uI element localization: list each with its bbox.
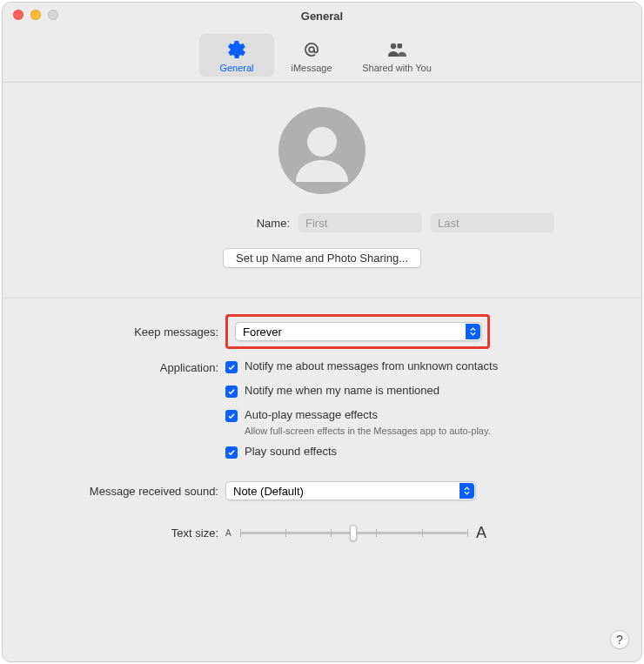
name-row: Name: (90, 213, 554, 232)
autoplay-sublabel: Allow full-screen effects in the Message… (245, 426, 641, 436)
setup-sharing-button[interactable]: Set up Name and Photo Sharing... (223, 248, 421, 268)
window-title: General (3, 10, 641, 23)
chevron-updown-icon (460, 483, 474, 499)
gear-icon (226, 39, 247, 60)
at-icon (302, 39, 321, 60)
checkbox-icon (225, 446, 238, 459)
checkbox-label: Auto-play message effects (245, 408, 378, 421)
checkbox-label: Play sound effects (245, 445, 337, 458)
checkbox-notify-mentioned[interactable]: Notify me when my name is mentioned (225, 379, 641, 403)
tab-label: Shared with You (362, 63, 432, 73)
small-a-label: A (225, 528, 231, 538)
checkbox-icon (225, 410, 238, 422)
application-label: Application: (3, 354, 218, 464)
received-sound-popup[interactable]: Note (Default) (225, 481, 641, 500)
tab-imessage[interactable]: iMessage (274, 34, 349, 77)
person-icon (278, 107, 366, 194)
first-name-input[interactable] (299, 213, 422, 232)
big-a-label: A (476, 524, 486, 542)
checkbox-icon (225, 361, 238, 373)
name-label: Name: (90, 217, 290, 230)
checkbox-autoplay-effects[interactable]: Auto-play message effects (225, 403, 641, 424)
sound-value: Note (Default) (233, 485, 304, 498)
keep-messages-value: Forever (243, 325, 282, 339)
keep-messages-label: Keep messages: (3, 314, 218, 349)
text-size-slider-row: A A (225, 523, 486, 542)
people-icon (386, 39, 407, 60)
chevron-updown-icon (466, 324, 480, 339)
last-name-input[interactable] (431, 213, 554, 232)
tab-shared-with-you[interactable]: Shared with You (349, 34, 445, 77)
avatar[interactable] (278, 107, 366, 194)
titlebar: General (3, 3, 641, 27)
help-button[interactable]: ? (610, 630, 629, 649)
highlight-annotation: Forever (225, 314, 490, 349)
content: Name: Set up Name and Photo Sharing... K… (3, 83, 641, 542)
profile-section: Name: Set up Name and Photo Sharing... (3, 83, 641, 268)
keep-messages-popup[interactable]: Forever (235, 322, 482, 341)
text-size-slider[interactable] (240, 523, 467, 542)
checkbox-label: Notify me about messages from unknown co… (245, 359, 498, 372)
svg-rect-2 (398, 44, 403, 49)
settings-form: Keep messages: Forever Appl (3, 298, 641, 542)
checkbox-icon (225, 386, 238, 398)
preferences-toolbar: General iMessage Shared with You (3, 27, 641, 83)
tab-label: General (219, 63, 253, 73)
checkbox-sound-effects[interactable]: Play sound effects (225, 436, 641, 464)
svg-point-3 (307, 127, 337, 157)
text-size-label: Text size: (3, 523, 218, 542)
preferences-window: General General iMessage Shared with You (2, 2, 642, 662)
sound-label: Message received sound: (3, 481, 218, 500)
tab-label: iMessage (291, 63, 332, 73)
checkbox-label: Notify me when my name is mentioned (245, 384, 439, 397)
svg-point-1 (391, 44, 396, 49)
checkbox-notify-unknown[interactable]: Notify me about messages from unknown co… (225, 354, 641, 379)
tab-general[interactable]: General (199, 34, 274, 77)
